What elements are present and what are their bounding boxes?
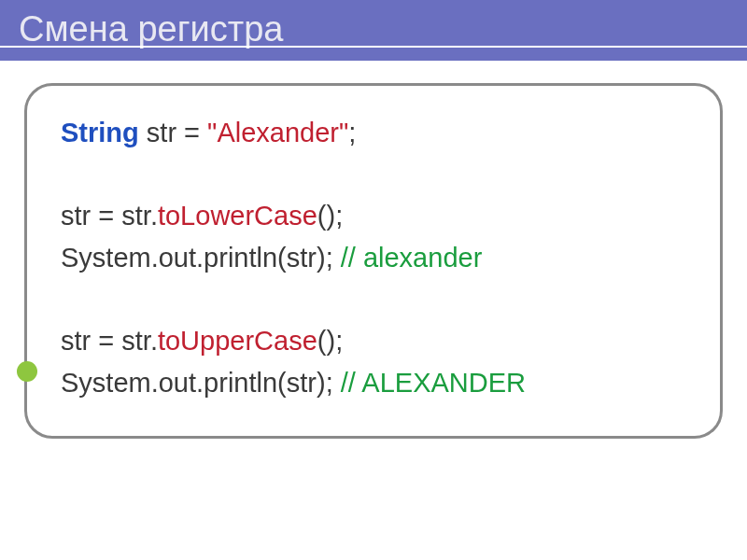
code-text: str = str. (61, 326, 158, 356)
method-call: toLowerCase (158, 201, 317, 231)
code-text: str = str. (61, 201, 158, 231)
code-line-4: str = str.toUpperCase(); (61, 320, 686, 362)
blank-line (61, 279, 686, 320)
code-comment: // alexander (341, 243, 483, 273)
code-box: String str = "Alexander"; str = str.toLo… (24, 83, 723, 439)
slide-header: Смена регистра (0, 0, 747, 61)
string-literal: "Alexander" (207, 118, 348, 147)
code-text: (); (317, 201, 343, 231)
code-text: System.out.println(str); (61, 243, 341, 273)
accent-dot-icon (17, 361, 37, 382)
code-line-1: String str = "Alexander"; (61, 112, 686, 154)
code-text: System.out.println(str); (61, 368, 341, 398)
blank-line (61, 154, 686, 195)
method-call: toUpperCase (158, 326, 317, 356)
content-area: String str = "Alexander"; str = str.toLo… (0, 61, 747, 457)
code-comment: // ALEXANDER (341, 368, 526, 398)
keyword-type: String (61, 118, 139, 147)
code-line-5: System.out.println(str); // ALEXANDER (61, 362, 686, 404)
code-text: ; (348, 118, 356, 147)
code-line-2: str = str.toLowerCase(); (61, 195, 686, 237)
header-underline (0, 46, 747, 48)
slide-title: Смена регистра (19, 9, 728, 49)
code-text: (); (317, 326, 343, 356)
code-line-3: System.out.println(str); // alexander (61, 237, 686, 279)
code-text: str = (139, 118, 207, 147)
